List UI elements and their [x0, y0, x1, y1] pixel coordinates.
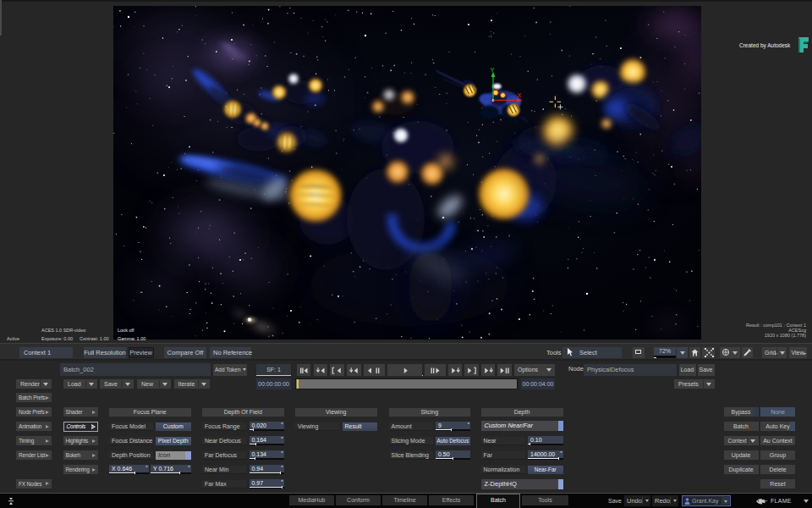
svg-text:Y: Y — [490, 66, 494, 74]
svg-text:X: X — [518, 91, 522, 99]
